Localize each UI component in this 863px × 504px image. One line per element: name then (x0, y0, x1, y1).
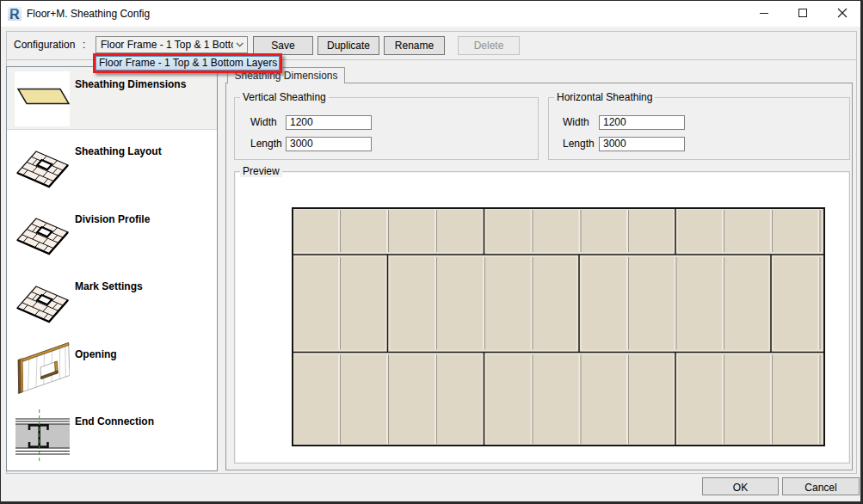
svg-text:R: R (9, 7, 20, 21)
